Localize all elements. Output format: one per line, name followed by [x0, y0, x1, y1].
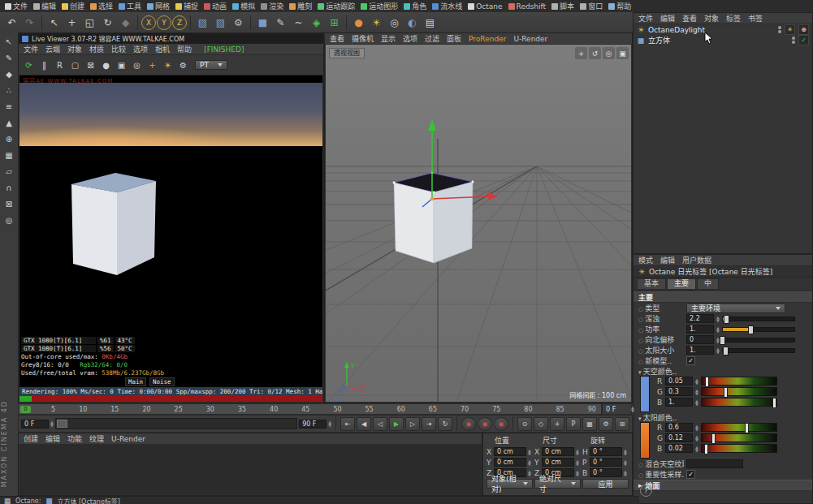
- menu-file[interactable]: 文件: [2, 1, 30, 11]
- om-menu-tags[interactable]: 标签: [726, 13, 741, 24]
- light-button[interactable]: ☀: [368, 14, 385, 31]
- spinner-arrows-icon[interactable]: [695, 399, 698, 406]
- size-x-field[interactable]: 0 cm: [542, 447, 574, 456]
- menu-motion-tracker[interactable]: 运动跟踪: [315, 1, 357, 11]
- make-editable-tool[interactable]: ↖: [2, 35, 16, 49]
- menu-octane[interactable]: Octane: [465, 2, 504, 11]
- preview-sphere-button[interactable]: ●: [99, 58, 113, 72]
- previous-frame-button[interactable]: ◁: [373, 417, 387, 431]
- x-axis-lock-button[interactable]: X: [141, 15, 156, 30]
- object-row-cube[interactable]: ■ 立方体 ✓: [634, 35, 812, 45]
- om-menu-file[interactable]: 文件: [638, 13, 653, 24]
- timeline-window-button[interactable]: ⊞: [615, 417, 629, 431]
- workplane-tool[interactable]: ▱: [2, 165, 16, 179]
- north-offset-slider[interactable]: [722, 338, 795, 342]
- camera-button[interactable]: ◎: [386, 14, 403, 31]
- spinner-arrows-icon[interactable]: [631, 406, 634, 412]
- points-mode-tool[interactable]: ∴: [2, 84, 16, 97]
- sun-r-slider[interactable]: [701, 423, 777, 432]
- live-viewer-titlebar[interactable]: Live Viewer 3.07-R2 锦容AE WWW.TALKAE.COM: [19, 33, 323, 44]
- pan-view-icon[interactable]: +: [575, 47, 587, 59]
- kernel-mode-dropdown[interactable]: PT: [195, 60, 227, 70]
- sun-g-field[interactable]: 0.12: [665, 433, 693, 442]
- size-mode-dropdown[interactable]: 绝对尺寸: [534, 479, 581, 489]
- object-name[interactable]: 立方体: [648, 35, 670, 45]
- sky-g-field[interactable]: 0.3: [665, 387, 693, 396]
- position-y-field[interactable]: 0 cm: [494, 458, 526, 467]
- model-mode-tool[interactable]: ◆: [2, 67, 16, 81]
- timeline-playhead[interactable]: 0: [20, 406, 31, 413]
- spinner-arrows-icon[interactable]: [695, 446, 698, 452]
- position-x-field[interactable]: 0 cm: [494, 447, 526, 456]
- axis-mode-tool[interactable]: ⊕: [2, 132, 16, 146]
- sun-size-slider[interactable]: [722, 348, 795, 353]
- north-offset-field[interactable]: 0: [686, 335, 714, 344]
- vp-menu-options[interactable]: 选项: [403, 33, 417, 44]
- spinner-arrows-icon[interactable]: [716, 316, 720, 322]
- toggle-view-icon[interactable]: ▣: [616, 47, 629, 59]
- key-pla-toggle[interactable]: ▦: [582, 417, 597, 431]
- viewport-canvas[interactable]: Y X Z 透视视图 + ↺ ◎ ▣ 网格间距 : 100 cm: [326, 45, 631, 402]
- sky-r-slider[interactable]: [701, 377, 777, 386]
- vp-menu-urender[interactable]: U-Render: [513, 35, 547, 43]
- power-slider[interactable]: [722, 327, 795, 332]
- spinner-arrows-icon[interactable]: [695, 389, 698, 395]
- key-rotation-toggle[interactable]: +: [550, 417, 564, 431]
- vp-menu-filter[interactable]: 过滤: [425, 33, 439, 44]
- spinner-arrows-icon[interactable]: [716, 347, 720, 354]
- polygons-mode-tool[interactable]: ▲: [2, 116, 16, 130]
- redo-button[interactable]: ↷: [21, 14, 38, 31]
- type-dropdown[interactable]: 主要环境: [686, 304, 785, 313]
- rotation-b-field[interactable]: 0 °: [590, 468, 622, 477]
- frame-start-field[interactable]: 0 F: [21, 420, 49, 429]
- menu-mesh[interactable]: 网格: [145, 1, 172, 11]
- play-button[interactable]: ▶: [389, 417, 404, 431]
- sun-size-field[interactable]: 1.: [686, 346, 714, 355]
- tab-main[interactable]: 主要: [667, 278, 696, 290]
- menu-simulate[interactable]: 模拟: [230, 1, 257, 11]
- am-menu-mode[interactable]: 模式: [638, 255, 653, 265]
- pen-tool[interactable]: ✎: [2, 51, 16, 65]
- lv-menu-materials[interactable]: 材质: [89, 44, 104, 54]
- lv-settings-button[interactable]: ⚙: [176, 58, 190, 72]
- next-frame-button[interactable]: ▷: [405, 417, 420, 431]
- mograph-cloner-button[interactable]: ⊞: [326, 14, 343, 31]
- cube-primitive-button[interactable]: ■: [254, 14, 271, 31]
- visibility-toggles[interactable]: [778, 26, 781, 33]
- frame-range-slider[interactable]: [55, 418, 297, 429]
- mat-menu-texture[interactable]: 纹理: [89, 433, 104, 444]
- menu-select[interactable]: 选择: [88, 1, 115, 11]
- importance-sampling-checkbox[interactable]: ✓: [686, 470, 695, 479]
- size-y-field[interactable]: 0 cm: [542, 458, 574, 467]
- lv-menu-camera[interactable]: 相机: [155, 44, 170, 54]
- render-settings-button[interactable]: ⚙: [230, 14, 247, 31]
- target-tag-icon[interactable]: ⊕: [798, 24, 809, 35]
- turbidity-field[interactable]: 2.2: [686, 314, 714, 323]
- camera-focus-button[interactable]: ◎: [130, 58, 144, 72]
- om-menu-edit[interactable]: 编辑: [660, 13, 675, 24]
- am-menu-userdata[interactable]: 用户数据: [682, 255, 711, 265]
- help-button[interactable]: ?: [640, 485, 652, 497]
- spinner-arrows-icon[interactable]: [576, 459, 579, 466]
- spinner-arrows-icon[interactable]: [528, 470, 531, 476]
- lv-menu-file[interactable]: 文件: [24, 44, 38, 54]
- pen-spline-button[interactable]: ✎: [272, 14, 289, 31]
- pin-button[interactable]: +: [145, 58, 159, 72]
- render-region-button[interactable]: ▨: [212, 14, 229, 31]
- sky-g-slider[interactable]: [701, 387, 777, 396]
- lock-workplane-tool[interactable]: ⊠: [2, 197, 16, 211]
- picking-mode-button[interactable]: ▢: [68, 58, 82, 72]
- om-menu-bookmarks[interactable]: 书签: [748, 13, 763, 24]
- mat-menu-function[interactable]: 功能: [67, 433, 82, 444]
- menu-render[interactable]: 渲染: [258, 1, 286, 11]
- zoom-view-icon[interactable]: ◎: [603, 47, 615, 59]
- object-row-octanedaylight[interactable]: ☀ OctaneDaylight ☀ ⊕: [634, 24, 812, 35]
- view-label[interactable]: 透视视图: [329, 48, 365, 58]
- sky-b-slider[interactable]: [701, 398, 777, 407]
- rotate-tool[interactable]: ↻: [99, 14, 116, 31]
- vp-menu-prorender[interactable]: ProRender: [469, 35, 506, 43]
- record-keyframe-button[interactable]: ◉: [461, 417, 476, 431]
- new-model-checkbox[interactable]: ✓: [686, 356, 695, 365]
- subdivision-surface-button[interactable]: ◈: [308, 14, 325, 31]
- spinner-arrows-icon[interactable]: [624, 459, 627, 466]
